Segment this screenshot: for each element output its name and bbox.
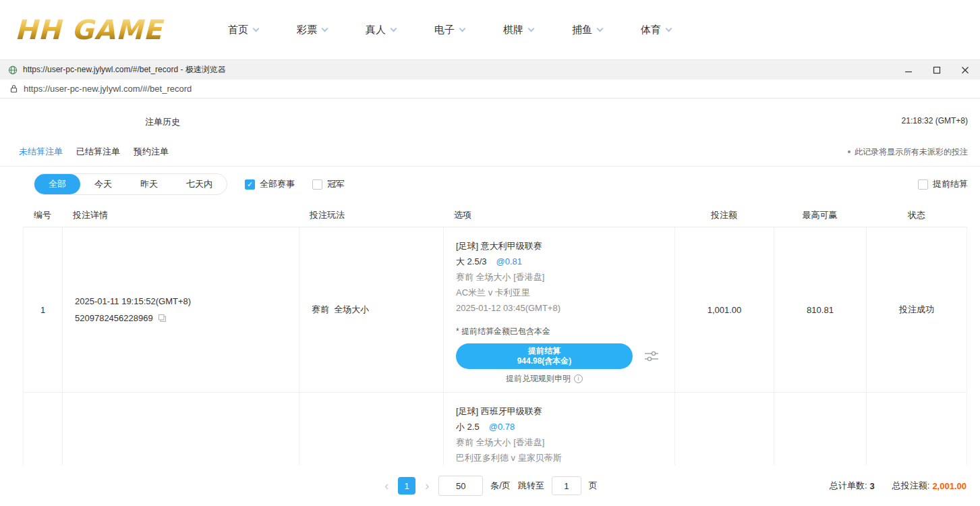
prev-page-button[interactable]: ‹ bbox=[382, 480, 391, 492]
table-row: 1 2025-01-11 19:15:52(GMT+8) 52097824562… bbox=[23, 227, 967, 393]
copy-icon[interactable] bbox=[158, 314, 167, 322]
nav-item-fishing[interactable]: 捕鱼 bbox=[572, 24, 602, 36]
browser-titlebar: https://user-pc-new.jylywl.com/#/bet_rec… bbox=[0, 59, 980, 80]
window-controls bbox=[904, 66, 969, 74]
record-tabs: 未结算注单 已结算注单 预约注单 此记录将显示所有未派彩的投注 bbox=[0, 146, 980, 167]
champion-checkbox[interactable]: 冠军 bbox=[312, 178, 345, 190]
chevron-down-icon bbox=[528, 25, 535, 32]
max-win: 810.81 bbox=[774, 227, 867, 392]
tab-unsettled[interactable]: 未结算注单 bbox=[19, 146, 63, 158]
chevron-down-icon bbox=[597, 25, 604, 32]
window-title: https://user-pc-new.jylywl.com/#/bet_rec… bbox=[23, 64, 226, 76]
col-header-play: 投注玩法 bbox=[299, 209, 443, 221]
nav-label: 首页 bbox=[228, 24, 248, 36]
odds-value: @0.81 bbox=[496, 254, 523, 269]
nav-item-live[interactable]: 真人 bbox=[366, 24, 396, 36]
nav-label: 彩票 bbox=[297, 24, 317, 36]
table-footer: ‹ 1 › 条/页 跳转至 页 总计单数: 3 总投注额: 2,001.00 bbox=[0, 466, 980, 506]
next-page-button[interactable]: › bbox=[423, 480, 431, 492]
col-header-option: 选项 bbox=[443, 209, 674, 221]
page-unit-label: 页 bbox=[589, 480, 598, 492]
total-amount: 2,001.00 bbox=[932, 481, 967, 491]
main-nav: 首页 彩票 真人 电子 棋牌 捕鱼 体育 bbox=[228, 24, 671, 36]
unsettled-note: 此记录将显示所有未派彩的投注 bbox=[848, 146, 968, 158]
filter-yesterday[interactable]: 昨天 bbox=[126, 174, 172, 194]
match-time: 2025-01-12 03:45(GMT+8) bbox=[456, 300, 666, 316]
total-count-label: 总计单数: bbox=[830, 480, 867, 492]
info-icon[interactable]: i bbox=[574, 374, 583, 383]
chevron-down-icon bbox=[459, 25, 466, 32]
col-header-status: 状态 bbox=[866, 209, 967, 221]
market-name: 赛前 全场大小 [香港盘] bbox=[456, 434, 666, 450]
address-url: https://user-pc-new.jylywl.com/#/bet_rec… bbox=[24, 84, 192, 94]
cashout-note: * 提前结算金额已包含本金 bbox=[456, 326, 666, 337]
nav-label: 棋牌 bbox=[503, 24, 523, 36]
close-button[interactable] bbox=[961, 66, 969, 74]
maximize-button[interactable] bbox=[933, 66, 941, 74]
total-count: 3 bbox=[870, 481, 875, 491]
market-name: 赛前 全场大小 [香港盘] bbox=[456, 269, 666, 285]
bet-table: 编号 投注详情 投注玩法 选项 投注额 最高可赢 状态 1 2025-01-11… bbox=[23, 203, 967, 506]
lock-icon bbox=[10, 84, 18, 93]
page-title: 注单历史 bbox=[145, 116, 180, 128]
filter-7days[interactable]: 七天内 bbox=[172, 174, 227, 194]
chevron-down-icon bbox=[253, 25, 260, 32]
date-range-group: 全部 今天 昨天 七天内 bbox=[34, 173, 227, 195]
table-header: 编号 投注详情 投注玩法 选项 投注额 最高可赢 状态 bbox=[23, 203, 967, 227]
checkbox-icon bbox=[312, 179, 322, 190]
league-name: [足球] 意大利甲级联赛 bbox=[456, 238, 666, 254]
nav-label: 体育 bbox=[641, 24, 661, 36]
current-page[interactable]: 1 bbox=[398, 477, 415, 495]
bet-status: 投注成功 bbox=[867, 227, 967, 392]
filter-today[interactable]: 今天 bbox=[80, 174, 126, 194]
globe-icon bbox=[8, 65, 18, 75]
match-teams: 巴利亚多利德 v 皇家贝蒂斯 bbox=[456, 450, 666, 466]
col-header-no: 编号 bbox=[23, 209, 62, 221]
jump-page-input[interactable] bbox=[552, 476, 581, 495]
bet-play: 赛前 全场大小 bbox=[299, 227, 444, 392]
bet-detail-cell: 2025-01-11 19:15:52(GMT+8) 5209782456228… bbox=[63, 227, 299, 392]
minimize-button[interactable] bbox=[904, 66, 913, 74]
checkbox-checked-icon bbox=[245, 179, 255, 190]
bet-option-cell: [足球] 意大利甲级联赛 大 2.5/3 @0.81 赛前 全场大小 [香港盘]… bbox=[444, 227, 675, 392]
chevron-down-icon bbox=[391, 25, 397, 32]
bet-id: 5209782456228969 bbox=[75, 312, 153, 325]
filter-bar: 全部 今天 昨天 七天内 全部赛事 冠军 提前结算 bbox=[0, 167, 980, 200]
nav-label: 捕鱼 bbox=[572, 24, 592, 36]
nav-item-lottery[interactable]: 彩票 bbox=[297, 24, 327, 36]
odds-value: @0.78 bbox=[489, 419, 515, 434]
checkbox-icon bbox=[918, 179, 928, 190]
nav-item-slots[interactable]: 电子 bbox=[434, 24, 465, 36]
pagination: ‹ 1 › 条/页 跳转至 页 bbox=[382, 476, 598, 496]
bet-amount: 1,001.00 bbox=[675, 227, 774, 392]
jump-label: 跳转至 bbox=[518, 480, 544, 492]
tab-settled[interactable]: 已结算注单 bbox=[76, 146, 120, 158]
chevron-down-icon bbox=[666, 25, 672, 32]
cashout-button[interactable]: 提前结算 944.98(含本金) bbox=[456, 343, 633, 369]
cashout-rule-link[interactable]: 提前兑现规则申明 bbox=[506, 373, 571, 384]
cashout-slider-icon[interactable] bbox=[643, 349, 660, 364]
bet-no: 1 bbox=[24, 227, 63, 392]
filter-all[interactable]: 全部 bbox=[34, 174, 80, 194]
total-amount-label: 总投注额: bbox=[892, 480, 930, 492]
chevron-down-icon bbox=[322, 25, 328, 32]
all-events-checkbox[interactable]: 全部赛事 bbox=[245, 178, 295, 190]
bet-time: 2025-01-11 19:15:52(GMT+8) bbox=[75, 295, 299, 308]
pick-name: 小 2.5 bbox=[456, 419, 480, 434]
server-time: 21:18:32 (GMT+8) bbox=[902, 116, 968, 128]
address-bar[interactable]: https://user-pc-new.jylywl.com/#/bet_rec… bbox=[0, 80, 980, 99]
site-logo[interactable]: HH GAME bbox=[15, 14, 202, 45]
early-settle-checkbox[interactable]: 提前结算 bbox=[918, 178, 968, 190]
page-size-input[interactable] bbox=[438, 476, 483, 496]
nav-item-chess[interactable]: 棋牌 bbox=[503, 24, 534, 36]
bullet-dot-icon bbox=[848, 150, 851, 153]
site-header: HH GAME 首页 彩票 真人 电子 棋牌 捕鱼 体育 bbox=[0, 0, 980, 59]
nav-item-sports[interactable]: 体育 bbox=[641, 24, 671, 36]
nav-label: 电子 bbox=[434, 24, 455, 36]
tab-reserved[interactable]: 预约注单 bbox=[134, 146, 169, 158]
totals: 总计单数: 3 总投注额: 2,001.00 bbox=[830, 466, 967, 506]
col-header-detail: 投注详情 bbox=[62, 209, 299, 221]
pick-name: 大 2.5/3 bbox=[456, 254, 487, 269]
nav-label: 真人 bbox=[366, 24, 386, 36]
nav-item-home[interactable]: 首页 bbox=[228, 24, 258, 36]
